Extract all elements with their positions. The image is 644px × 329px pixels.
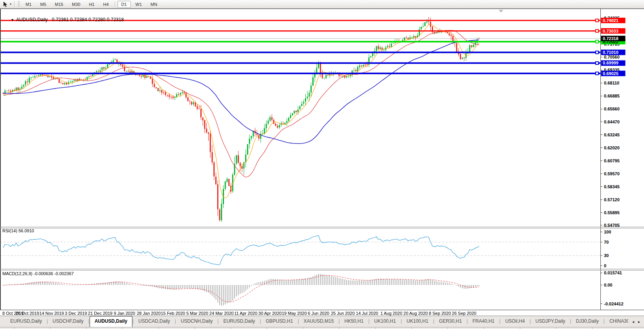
cursor-dropdown-caret-icon[interactable]: ▾ [10, 2, 11, 6]
bottom-tab-eurusd-daily[interactable]: EURUSD,Daily [218, 316, 260, 327]
chart-tab-bar: EURUSD,Daily|USDCHF,Daily|AUDUSD,Daily|U… [0, 316, 644, 327]
svg-text:25 Jun 2020: 25 Jun 2020 [331, 311, 355, 316]
svg-text:-0.024412: -0.024412 [604, 301, 624, 306]
status-divider [339, 327, 339, 329]
tab-scroll-arrows: ◂ ▸ [628, 316, 644, 327]
svg-text:100: 100 [604, 230, 611, 234]
svg-text:8 Sep 2020: 8 Sep 2020 [429, 311, 451, 316]
timeframe-button-mn[interactable]: MN [147, 1, 161, 8]
bottom-tab-usoil-h4[interactable]: USOil,H4 [501, 316, 530, 327]
svg-text:14 Nov 2019: 14 Nov 2019 [39, 311, 64, 316]
bottom-tab-hk50-h1[interactable]: HK50,H1 [340, 316, 369, 327]
svg-text:9 Jan 2020: 9 Jan 2020 [114, 311, 135, 316]
timeframe-button-m1[interactable]: M1 [22, 1, 35, 8]
svg-text:0.65660: 0.65660 [604, 107, 620, 111]
bottom-tab-dj30-daily[interactable]: DJ30,Daily [571, 316, 604, 327]
svg-text:26 Sep 2020: 26 Sep 2020 [452, 311, 476, 316]
timeframe-button-m5[interactable]: M5 [36, 1, 50, 8]
bottom-tab-ger30-h1[interactable]: GER30,H1 [434, 316, 466, 327]
time-axis[interactable]: 8 Oct 201926 Oct 201914 Nov 20193 Dec 20… [2, 311, 476, 316]
bottom-tab-gbpusd-h1[interactable]: GBPUSD,H1 [261, 316, 297, 327]
svg-text:0.74021: 0.74021 [603, 18, 618, 23]
svg-text:3 Dec 2019: 3 Dec 2019 [65, 311, 87, 316]
tab-scroll-left-button[interactable]: ◂ [632, 320, 634, 324]
status-divider [556, 327, 556, 329]
horizontal-level-lines[interactable] [0, 20, 600, 74]
svg-text:0: 0 [604, 263, 606, 268]
bottom-tab-xauusd-m15[interactable]: XAUUSD,M15 [299, 316, 339, 327]
bottom-tab-usdcnh-daily[interactable]: USDCNH,Daily [176, 316, 217, 327]
status-divider [448, 327, 448, 329]
macd-indicator-label: MACD(12,26,9) -0.000636 -0.002367 [2, 271, 74, 276]
svg-text:11 Apr 2020: 11 Apr 2020 [234, 311, 257, 316]
status-divider [158, 327, 159, 329]
svg-text:0.64470: 0.64470 [604, 119, 620, 124]
price-axis[interactable]: 0.742350.717850.705600.693350.681100.668… [600, 16, 624, 306]
bottom-tab-audusd-daily[interactable]: AUDUSD,Daily [90, 316, 132, 327]
svg-text:5 Mar 2020: 5 Mar 2020 [186, 311, 208, 316]
svg-text:0.63245: 0.63245 [604, 132, 620, 137]
timeframe-toolbar: ▾ M1M5M15M30H1H4D1W1MN [0, 0, 644, 9]
mt4-window: ▾ M1M5M15M30H1H4D1W1MN 0.742350.717850.7… [0, 0, 644, 329]
status-divider [14, 327, 14, 329]
svg-text:0.70560: 0.70560 [604, 55, 620, 59]
svg-text:0.73033: 0.73033 [603, 29, 618, 33]
svg-text:70: 70 [604, 240, 609, 244]
toolbar-grip[interactable] [18, 1, 20, 7]
status-divider [267, 327, 267, 329]
chart-canvas[interactable]: 0.742350.717850.705600.693350.681100.668… [0, 9, 644, 316]
tab-scroll-right-button[interactable]: ▸ [638, 320, 640, 324]
bottom-tab-fra40-h1[interactable]: FRA40,H1 [468, 316, 499, 327]
svg-text:0.59570: 0.59570 [604, 171, 620, 176]
svg-text:30: 30 [604, 253, 609, 258]
status-divider [86, 327, 86, 329]
svg-text:1 Aug 2020: 1 Aug 2020 [380, 311, 402, 316]
timeframe-button-d1[interactable]: D1 [117, 1, 131, 8]
status-divider [520, 327, 520, 329]
svg-text:0.57120: 0.57120 [604, 197, 620, 202]
bottom-tab-usdcad-daily[interactable]: USDCAD,Daily [134, 316, 175, 327]
chart-ohlc-quote: 0.72361 0.72384 0.72280 0.72318 [52, 17, 124, 22]
status-divider [375, 327, 376, 329]
svg-text:30 Apr 2020: 30 Apr 2020 [259, 311, 282, 316]
bottom-tab-usdchf-daily[interactable]: USDCHF,Daily [48, 316, 88, 327]
timeframe-button-h4[interactable]: H4 [99, 1, 112, 8]
toolbar-separator [14, 1, 15, 7]
svg-text:0.62020: 0.62020 [604, 145, 620, 150]
svg-text:0.69999: 0.69999 [603, 61, 618, 65]
chart-symbol-label: AUDUSD,Daily [16, 17, 48, 22]
status-divider [411, 327, 412, 329]
bottom-tab-usdjpy-daily[interactable]: USDJPY,Daily [531, 316, 570, 327]
svg-text:28 Jan 2020: 28 Jan 2020 [137, 311, 161, 316]
svg-text:24 Mar 2020: 24 Mar 2020 [209, 311, 234, 316]
rsi-indicator-label: RSI(14) 56.0910 [2, 228, 34, 233]
chart-region: 0.742350.717850.705600.693350.681100.668… [0, 9, 644, 316]
svg-text:15 Feb 2020: 15 Feb 2020 [161, 311, 185, 316]
svg-text:0.71010: 0.71010 [603, 50, 618, 55]
status-divider [231, 327, 231, 329]
bottom-tab-eurusd-daily[interactable]: EURUSD,Daily [6, 316, 47, 327]
svg-text:0.015741: 0.015741 [604, 270, 622, 275]
svg-text:0.55895: 0.55895 [604, 210, 620, 215]
svg-text:0.58345: 0.58345 [604, 184, 620, 189]
chart-chrome [0, 9, 644, 310]
timeframe-button-m15[interactable]: M15 [51, 1, 67, 8]
status-divider [194, 327, 195, 329]
timeframe-button-m30[interactable]: M30 [68, 1, 84, 8]
svg-text:26 Oct 2019: 26 Oct 2019 [16, 311, 39, 316]
bottom-tab-uk100-h1[interactable]: UK100,H1 [369, 316, 400, 327]
timeframe-button-w1[interactable]: W1 [132, 1, 146, 8]
cursor-tool-icon[interactable] [2, 1, 8, 7]
moving-average-lines [3, 24, 479, 198]
svg-text:0.00: 0.00 [604, 283, 612, 287]
candlestick-series [3, 17, 480, 222]
timeframe-button-h1[interactable]: H1 [85, 1, 98, 8]
status-divider [122, 327, 123, 329]
chart-tab-list: EURUSD,Daily|USDCHF,Daily|AUDUSD,Daily|U… [6, 316, 644, 327]
bottom-tab-uk100-h1[interactable]: UK100,H1 [402, 316, 433, 327]
svg-text:14 Jul 2020: 14 Jul 2020 [356, 311, 378, 316]
status-strip [0, 327, 644, 329]
chart-menu-caret-icon[interactable]: ▼ [11, 18, 14, 22]
svg-text:19 May 2020: 19 May 2020 [282, 311, 307, 316]
svg-text:0.60795: 0.60795 [604, 158, 620, 163]
